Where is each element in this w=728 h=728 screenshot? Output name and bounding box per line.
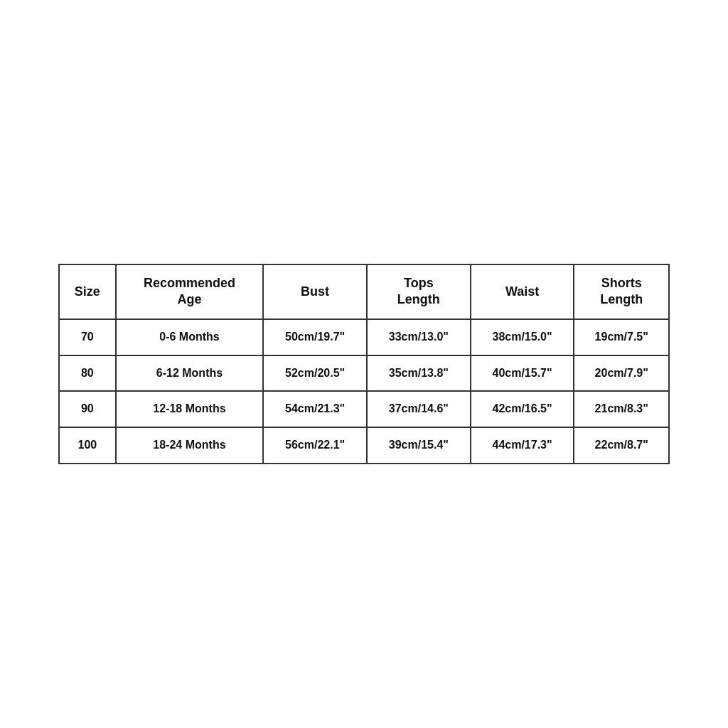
cell-waist: 38cm/15.0": [471, 319, 574, 355]
header-size: Size: [59, 264, 116, 319]
cell-shorts_length: 20cm/7.9": [574, 355, 669, 392]
cell-bust: 52cm/20.5": [263, 355, 367, 392]
cell-age: 0-6 Months: [116, 319, 264, 355]
table-row: 9012-18 Months54cm/21.3"37cm/14.6"42cm/1…: [59, 391, 669, 427]
cell-waist: 42cm/16.5": [471, 391, 574, 427]
cell-shorts_length: 21cm/8.3": [574, 391, 669, 427]
header-tops-length: TopsLength: [367, 264, 471, 319]
header-bust: Bust: [263, 264, 367, 319]
cell-tops_length: 39cm/15.4": [367, 427, 471, 464]
cell-size: 100: [59, 427, 116, 464]
cell-tops_length: 37cm/14.6": [367, 391, 471, 427]
cell-age: 18-24 Months: [116, 427, 264, 464]
cell-waist: 44cm/17.3": [471, 427, 574, 464]
cell-size: 90: [59, 391, 116, 427]
table-row: 806-12 Months52cm/20.5"35cm/13.8"40cm/15…: [59, 355, 669, 392]
cell-size: 80: [59, 355, 116, 392]
cell-size: 70: [59, 319, 116, 355]
cell-bust: 50cm/19.7": [263, 319, 367, 355]
table-header-row: Size RecommendedAge Bust TopsLength Wais…: [59, 264, 669, 319]
table-row: 700-6 Months50cm/19.7"33cm/13.0"38cm/15.…: [59, 319, 669, 355]
header-recommended-age: RecommendedAge: [116, 264, 264, 319]
cell-bust: 56cm/22.1": [263, 427, 367, 464]
table-row: 10018-24 Months56cm/22.1"39cm/15.4"44cm/…: [59, 427, 669, 464]
cell-age: 6-12 Months: [116, 355, 264, 392]
cell-shorts_length: 22cm/8.7": [574, 427, 669, 464]
cell-bust: 54cm/21.3": [263, 391, 367, 427]
cell-waist: 40cm/15.7": [471, 355, 574, 392]
header-waist: Waist: [471, 264, 574, 319]
size-chart-table: Size RecommendedAge Bust TopsLength Wais…: [58, 264, 670, 464]
cell-age: 12-18 Months: [116, 391, 264, 427]
size-chart-container: Size RecommendedAge Bust TopsLength Wais…: [58, 264, 670, 464]
header-shorts-length: ShortsLength: [574, 264, 669, 319]
cell-tops_length: 33cm/13.0": [367, 319, 471, 355]
cell-tops_length: 35cm/13.8": [367, 355, 471, 392]
cell-shorts_length: 19cm/7.5": [574, 319, 669, 355]
